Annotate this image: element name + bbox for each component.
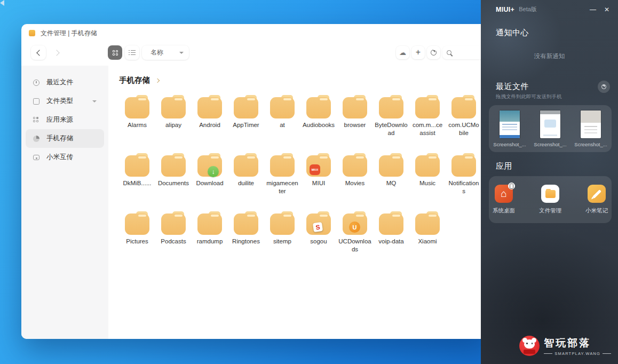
- folder-item[interactable]: Alarms: [119, 95, 155, 153]
- folder-icon: [451, 95, 476, 118]
- app-label: 系统桌面: [489, 207, 519, 215]
- panel-refresh-button[interactable]: [598, 81, 610, 93]
- folder-item[interactable]: sitemp: [264, 211, 300, 270]
- panel-titlebar: MIUI+ Beta版 — ✕: [481, 0, 618, 13]
- folder-name: Ringtones: [229, 238, 263, 246]
- sort-dropdown[interactable]: 名称: [142, 45, 189, 60]
- folder-icon: MIUI: [306, 153, 331, 177]
- no-notifications-text: 没有新通知: [481, 52, 618, 60]
- folder-item[interactable]: com.m...ceassist: [409, 95, 446, 153]
- folder-name: com.UCMobile: [447, 121, 480, 137]
- refresh-button[interactable]: [427, 46, 440, 59]
- cloud-upload-button[interactable]: ☁: [396, 46, 409, 59]
- folder-name: Android: [193, 121, 226, 129]
- file-manager-window: 文件管理 | 手机存储 名称 ☁ +: [21, 24, 491, 339]
- back-button[interactable]: [31, 45, 46, 60]
- close-button[interactable]: ✕: [604, 6, 609, 13]
- screenshot-thumbnail: [581, 110, 601, 138]
- forward-button[interactable]: [50, 45, 65, 60]
- folder-item[interactable]: Ringtones: [228, 211, 264, 270]
- notification-center-heading: 通知中心: [496, 28, 618, 38]
- new-folder-button[interactable]: +: [411, 46, 425, 59]
- refresh-icon: [431, 50, 437, 56]
- home-icon: ⌂: [501, 188, 506, 199]
- folder-item[interactable]: browser: [337, 95, 373, 153]
- sidebar-item[interactable]: 应用来源: [26, 110, 104, 129]
- recent-file-item[interactable]: Screenshot_...: [493, 110, 527, 147]
- folder-icon: [343, 153, 367, 177]
- folder-name: Movies: [338, 179, 371, 187]
- folder-item[interactable]: duilite: [228, 153, 264, 211]
- folder-name: DkMiB......: [121, 179, 154, 187]
- sidebar-item-label: 小米互传: [46, 153, 73, 162]
- recent-file-item[interactable]: Screenshot_...: [533, 110, 567, 147]
- app-item[interactable]: 小米笔记: [582, 185, 612, 215]
- miui-plus-panel: MIUI+ Beta版 — ✕ 通知中心 没有新通知 最近文件 拖拽文件到此即可…: [481, 0, 618, 364]
- sidebar-item-label: 应用来源: [46, 115, 73, 124]
- folder-name: Audiobooks: [302, 121, 335, 129]
- folder-icon: ↓: [197, 153, 222, 177]
- folder-item[interactable]: Audiobooks: [300, 95, 337, 153]
- app-item[interactable]: 文件管理: [535, 185, 565, 215]
- folder-icon: [270, 153, 295, 177]
- sidebar-item[interactable]: 最近文件: [26, 73, 104, 92]
- folder-item[interactable]: Android: [192, 95, 228, 153]
- recent-files-hint: 拖拽文件到此即可发送到手机: [496, 93, 618, 100]
- folder-item[interactable]: Pictures: [119, 211, 155, 270]
- grid-view-button[interactable]: [108, 45, 122, 60]
- sort-label: 名称: [150, 48, 163, 57]
- folder-icon: [125, 153, 149, 177]
- folder-item[interactable]: com.UCMobile: [446, 95, 482, 153]
- sidebar-item[interactable]: 小米互传: [26, 148, 104, 167]
- folder-item[interactable]: U UCDownloads: [337, 211, 373, 270]
- folder-item[interactable]: Documents: [155, 153, 192, 211]
- folder-item[interactable]: DkMiB......: [119, 153, 155, 211]
- breadcrumb-chevron-icon: [155, 78, 160, 82]
- folder-icon: [234, 211, 258, 235]
- folder-name: sitemp: [266, 238, 299, 246]
- folder-icon: [270, 211, 295, 235]
- titlebar: 文件管理 | 手机存储: [21, 24, 491, 42]
- sidebar: 最近文件 文件类型 应用来源 手机存储: [21, 66, 108, 339]
- window-title: 文件管理 | 手机存储: [41, 29, 97, 38]
- folder-icon: [197, 211, 222, 235]
- chevron-down-icon: [179, 52, 184, 54]
- folder-item[interactable]: MQ: [373, 153, 409, 211]
- folder-item[interactable]: voip-data: [373, 211, 409, 270]
- minimize-button[interactable]: —: [590, 6, 596, 13]
- folder-icon: [161, 211, 186, 235]
- folder-item[interactable]: alipay: [155, 95, 192, 153]
- list-view-button[interactable]: [125, 45, 139, 60]
- app-label: 小米笔记: [582, 207, 612, 215]
- folder-item[interactable]: Movies: [337, 153, 373, 211]
- folder-icon: [545, 190, 556, 198]
- folder-item[interactable]: ByteDownload: [373, 95, 409, 153]
- folder-item[interactable]: Xiaomi: [409, 211, 446, 270]
- folder-item[interactable]: Podcasts: [155, 211, 192, 270]
- folder-item[interactable]: ↓ Download: [192, 153, 228, 211]
- folder-name: migamecenter: [266, 179, 299, 195]
- folder-name: AppTimer: [229, 121, 263, 129]
- folder-name: MIUI: [302, 179, 335, 187]
- folder-item[interactable]: AppTimer: [228, 95, 264, 153]
- recent-file-item[interactable]: Screenshot_...: [574, 110, 608, 147]
- sidebar-item[interactable]: 文件类型: [26, 92, 104, 110]
- breadcrumb-title[interactable]: 手机存储: [119, 75, 150, 85]
- screenshot-thumbnail: [500, 110, 520, 138]
- phone-badge-icon: [508, 183, 515, 189]
- sidebar-item[interactable]: 手机存储: [26, 129, 104, 148]
- folder-icon: [161, 153, 186, 177]
- toolbar: 名称 ☁ +: [21, 42, 491, 66]
- folder-icon: [379, 211, 403, 235]
- folder-item[interactable]: at: [264, 95, 300, 153]
- folder-name: duilite: [229, 179, 263, 187]
- folder-item[interactable]: Music: [409, 153, 446, 211]
- folder-item[interactable]: MIUI MIUI: [300, 153, 337, 211]
- app-icon: ⌂: [495, 185, 513, 203]
- folder-item[interactable]: migamecenter: [264, 153, 300, 211]
- sidebar-item-label: 手机存储: [46, 134, 73, 143]
- folder-item[interactable]: S sogou: [300, 211, 337, 270]
- app-item[interactable]: ⌂ 系统桌面: [489, 185, 519, 215]
- folder-item[interactable]: ramdump: [192, 211, 228, 270]
- folder-item[interactable]: Notifications: [446, 153, 482, 211]
